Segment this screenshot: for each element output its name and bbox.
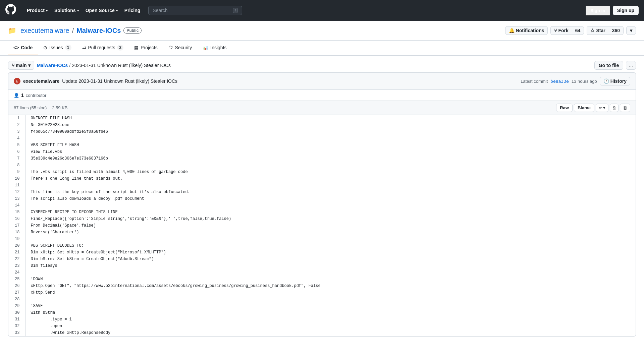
- line-number[interactable]: 29: [8, 303, 25, 309]
- commit-hash-link[interactable]: be8a33e: [550, 79, 569, 84]
- line-number[interactable]: 5: [8, 142, 25, 148]
- line-number[interactable]: 19: [8, 236, 25, 242]
- repo-header: 📁 executemalware / Malware-IOCs Public 🔔…: [0, 21, 644, 41]
- avatar: E: [14, 78, 20, 84]
- more-options-button[interactable]: ...: [626, 61, 636, 70]
- line-content: [25, 182, 636, 189]
- line-number[interactable]: 21: [8, 249, 25, 256]
- table-row: 3f4bd65c77340900adbfd2e5f0a68fbe6: [8, 128, 636, 135]
- sign-in-button[interactable]: Sign in: [586, 6, 610, 15]
- line-content: [25, 135, 636, 142]
- table-row: 1ONENOTE FILE HASH: [8, 115, 636, 122]
- line-content: [25, 296, 636, 303]
- go-to-file-button[interactable]: Go to file: [594, 61, 624, 70]
- line-number[interactable]: 3: [8, 128, 25, 135]
- nav-solutions[interactable]: Solutions▾: [52, 5, 82, 16]
- nav-open-source[interactable]: Open Source▾: [83, 5, 120, 16]
- line-content: Find/_Replace({'option':'Simple string',…: [25, 216, 636, 222]
- line-content: xHttp.Send: [25, 289, 636, 296]
- edit-chevron-icon: ▾: [603, 105, 605, 110]
- repo-name-link[interactable]: Malware-IOCs: [76, 27, 121, 35]
- tab-code[interactable]: <> Code: [8, 41, 38, 55]
- history-button[interactable]: 🕐 History: [600, 77, 630, 85]
- line-content: The script also downloads a decoy .pdf d…: [25, 195, 636, 202]
- table-row: 29'SAVE: [8, 303, 636, 309]
- line-number[interactable]: 14: [8, 202, 25, 209]
- line-number[interactable]: 20: [8, 242, 25, 249]
- line-content: The .vbs script is filled with almost 4,…: [25, 169, 636, 175]
- tab-projects[interactable]: ▦ Projects: [129, 41, 163, 55]
- repo-owner-link[interactable]: executemalware: [20, 27, 69, 35]
- line-content: 'DOWN: [25, 276, 636, 283]
- breadcrumb-repo-link[interactable]: Malware-IOCs: [37, 63, 68, 68]
- line-number[interactable]: 7: [8, 155, 25, 162]
- tab-insights[interactable]: 📊 Insights: [197, 41, 232, 55]
- line-number[interactable]: 2: [8, 122, 25, 128]
- star-button[interactable]: ☆ Star: [587, 26, 608, 35]
- insights-icon: 📊: [203, 45, 208, 50]
- edit-button[interactable]: ✏ ▾: [596, 104, 608, 112]
- star-count-button[interactable]: 360: [609, 26, 624, 35]
- tab-pull-requests[interactable]: ⇄ Pull requests 2: [77, 41, 129, 55]
- table-row: 16Find/_Replace({'option':'Simple string…: [8, 216, 636, 222]
- line-number[interactable]: 27: [8, 289, 25, 296]
- add-to-list-button[interactable]: ▾: [626, 26, 636, 35]
- line-number[interactable]: 26: [8, 283, 25, 289]
- security-icon: 🛡: [168, 45, 173, 50]
- line-number[interactable]: 33: [8, 329, 25, 336]
- line-content: [25, 202, 636, 209]
- line-number[interactable]: 22: [8, 256, 25, 262]
- file-container: 87 lines (65 sloc) 2.59 KB Raw Blame ✏ ▾…: [8, 101, 636, 337]
- line-number[interactable]: 17: [8, 222, 25, 229]
- nav-pricing[interactable]: Pricing: [122, 5, 143, 16]
- tab-security[interactable]: 🛡 Security: [163, 41, 198, 55]
- line-content: 35e339c4e0e26c306e7e373e6837166b: [25, 155, 636, 162]
- line-number[interactable]: 4: [8, 135, 25, 142]
- line-number[interactable]: 28: [8, 296, 25, 303]
- line-number[interactable]: 8: [8, 162, 25, 169]
- code-view: 1ONENOTE FILE HASH2Nr-301022023.one3f4bd…: [8, 115, 636, 336]
- line-number[interactable]: 31: [8, 316, 25, 323]
- fork-button[interactable]: ⑂ Fork: [550, 26, 572, 35]
- history-icon: 🕐: [603, 78, 609, 84]
- main-nav: Product▾ Solutions▾ Open Source▾ Pricing: [24, 5, 143, 16]
- line-number[interactable]: 18: [8, 229, 25, 236]
- sign-up-button[interactable]: Sign up: [613, 6, 639, 15]
- issues-icon: ⊙: [43, 45, 47, 50]
- edit-icon: ✏: [599, 105, 602, 110]
- line-number[interactable]: 25: [8, 276, 25, 283]
- line-content: [25, 236, 636, 242]
- fork-count-button[interactable]: 64: [572, 26, 584, 35]
- line-number[interactable]: 24: [8, 269, 25, 276]
- table-row: 24: [8, 269, 636, 276]
- line-number[interactable]: 9: [8, 169, 25, 175]
- line-number[interactable]: 10: [8, 175, 25, 182]
- trash-icon: 🗑: [623, 105, 627, 110]
- line-number[interactable]: 6: [8, 148, 25, 155]
- line-content: view file.vbs: [25, 148, 636, 155]
- delete-button[interactable]: 🗑: [620, 104, 630, 112]
- line-number[interactable]: 23: [8, 262, 25, 269]
- line-number[interactable]: 1: [8, 115, 25, 122]
- table-row: 8: [8, 162, 636, 169]
- table-row: 735e339c4e0e26c306e7e373e6837166b: [8, 155, 636, 162]
- line-number[interactable]: 32: [8, 323, 25, 329]
- tab-issues[interactable]: ⊙ Issues 1: [38, 41, 76, 55]
- line-number[interactable]: 15: [8, 209, 25, 216]
- commit-author[interactable]: executemalware: [23, 78, 59, 84]
- nav-product[interactable]: Product▾: [24, 5, 50, 16]
- search-shortcut-badge: /: [233, 8, 238, 13]
- notifications-button[interactable]: 🔔 Notifications: [505, 26, 548, 35]
- line-number[interactable]: 16: [8, 216, 25, 222]
- github-logo[interactable]: [5, 4, 16, 17]
- line-number[interactable]: 11: [8, 182, 25, 189]
- copy-button[interactable]: ⎘: [610, 104, 619, 112]
- raw-button[interactable]: Raw: [556, 104, 573, 112]
- blame-button[interactable]: Blame: [574, 104, 594, 112]
- line-number[interactable]: 12: [8, 189, 25, 195]
- header-search[interactable]: Search /: [148, 6, 242, 15]
- line-number[interactable]: 30: [8, 309, 25, 316]
- table-row: 18Reverse('Character'): [8, 229, 636, 236]
- line-number[interactable]: 13: [8, 195, 25, 202]
- branch-selector[interactable]: ⑂ main ▾: [8, 61, 34, 70]
